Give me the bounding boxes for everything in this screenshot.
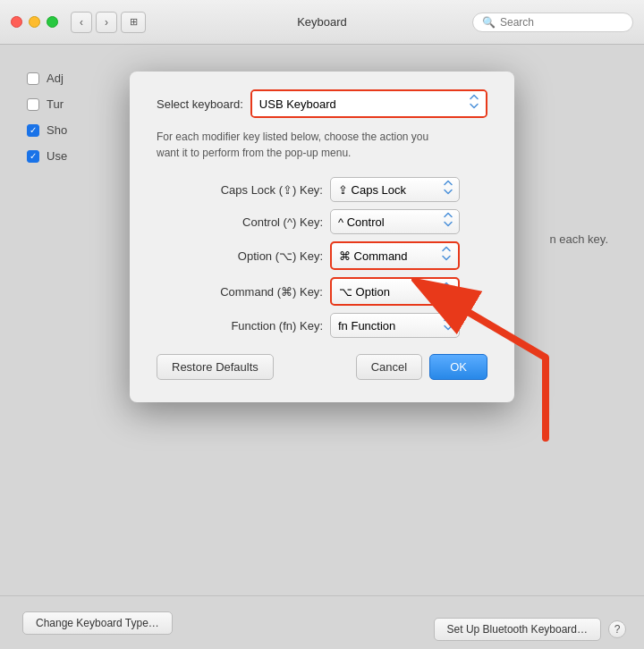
- traffic-lights: [11, 16, 58, 28]
- modifier-grid: Caps Lock (⇪) Key: ⇪ Caps Lock Control (…: [157, 177, 487, 338]
- minimize-button[interactable]: [29, 16, 40, 28]
- keyboard-select[interactable]: USB Keyboard: [252, 91, 486, 116]
- modifier-row-control: Control (^) Key: ^ Control: [157, 209, 487, 234]
- cancel-button[interactable]: Cancel: [356, 354, 422, 380]
- modal-actions: Restore Defaults Cancel OK: [157, 354, 487, 380]
- main-content: Adj Tur Sho Use n each key. Select keybo…: [0, 45, 644, 649]
- back-button[interactable]: ‹: [71, 12, 92, 33]
- control-select[interactable]: ^ Control: [330, 209, 460, 234]
- modal-dialog: Select keyboard: USB Keyboard For each m…: [130, 72, 514, 402]
- search-icon: 🔍: [482, 16, 496, 29]
- caps-lock-select[interactable]: ⇪ Caps Lock: [330, 177, 460, 202]
- close-button[interactable]: [11, 16, 22, 28]
- command-label: Command (⌘) Key:: [184, 285, 323, 299]
- change-keyboard-type-button[interactable]: Change Keyboard Type…: [22, 611, 173, 635]
- modifier-row-option: Option (⌥) Key: ⌘ Command: [157, 241, 487, 270]
- option-select[interactable]: ⌘ Command: [332, 243, 458, 268]
- bluetooth-button[interactable]: Set Up Bluetooth Keyboard…: [434, 618, 601, 641]
- command-select-wrapper[interactable]: ⌥ Option: [330, 277, 460, 306]
- window-title: Keyboard: [297, 15, 347, 29]
- control-label: Control (^) Key:: [184, 215, 323, 229]
- modal-description: For each modifier key listed below, choo…: [157, 129, 487, 161]
- bluetooth-row: Set Up Bluetooth Keyboard… ?: [434, 609, 626, 649]
- function-label: Function (fn) Key:: [184, 319, 323, 333]
- help-button[interactable]: ?: [608, 620, 626, 638]
- title-bar: ‹ › ⊞ Keyboard 🔍: [0, 0, 644, 45]
- command-select[interactable]: ⌥ Option: [332, 279, 458, 304]
- function-select-wrapper[interactable]: fn Function: [330, 313, 460, 338]
- option-label: Option (⌥) Key:: [184, 249, 323, 263]
- modal-overlay: Select keyboard: USB Keyboard For each m…: [0, 45, 644, 595]
- control-select-wrapper[interactable]: ^ Control: [330, 209, 460, 234]
- option-select-wrapper[interactable]: ⌘ Command: [330, 241, 460, 270]
- modal-actions-right: Cancel OK: [356, 354, 487, 380]
- modifier-row-command: Command (⌘) Key: ⌥ Option: [157, 277, 487, 306]
- search-box[interactable]: 🔍: [472, 13, 633, 32]
- caps-lock-label: Caps Lock (⇪) Key:: [184, 183, 323, 197]
- modifier-row-function: Function (fn) Key: fn Function: [157, 313, 487, 338]
- function-select[interactable]: fn Function: [330, 313, 460, 338]
- forward-button[interactable]: ›: [96, 12, 117, 33]
- grid-button[interactable]: ⊞: [121, 12, 146, 33]
- keyboard-select-row: Select keyboard: USB Keyboard: [157, 89, 487, 118]
- ok-button[interactable]: OK: [429, 354, 487, 380]
- nav-buttons: ‹ ›: [71, 12, 117, 33]
- keyboard-select-wrapper[interactable]: USB Keyboard: [250, 89, 487, 118]
- maximize-button[interactable]: [47, 16, 58, 28]
- modifier-row-capslock: Caps Lock (⇪) Key: ⇪ Caps Lock: [157, 177, 487, 202]
- search-input[interactable]: [500, 16, 623, 29]
- select-keyboard-label: Select keyboard:: [157, 97, 243, 111]
- caps-lock-select-wrapper[interactable]: ⇪ Caps Lock: [330, 177, 460, 202]
- restore-defaults-button[interactable]: Restore Defaults: [157, 354, 274, 380]
